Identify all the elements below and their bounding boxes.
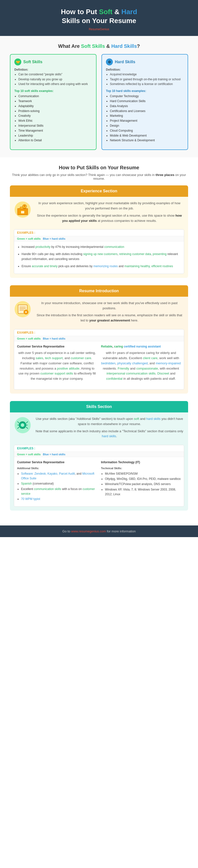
resume-intro-card: Resume Introduction In your resume intro… xyxy=(10,285,188,394)
resume-intro-body: In your resume introduction, showcase on… xyxy=(10,297,188,329)
list-item: Time Management xyxy=(18,129,92,133)
skills-section-icon xyxy=(14,416,31,434)
hard-skills-label: Hard Skills xyxy=(115,60,135,64)
skills-col2-list: McAfee SIEM/EPO/NSM Ollydpg, WinDbg, GBD… xyxy=(101,471,181,497)
experience-legend: Green = soft skills Blue = hard skills xyxy=(14,236,184,241)
list-item: Windows XP, Vista, 7, 8; Windows Server … xyxy=(105,487,181,497)
list-item: Adaptability xyxy=(18,104,92,108)
list-item: Mobile & Web Development xyxy=(110,133,184,138)
resume-intro-examples-block: EXAMPLES : Green = soft skills Blue = ha… xyxy=(14,329,184,390)
soft-examples-label: Top 10 soft skills examples: xyxy=(14,89,92,93)
how-heading: How to Put Skills on Your Resume xyxy=(10,165,188,170)
what-heading: What Are Soft Skills & Hard Skills? xyxy=(10,43,188,49)
soft-skills-icon: 🤝 xyxy=(14,59,21,65)
skills-two-col: Customer Service Representative Addition… xyxy=(17,460,181,503)
resume-intro-two-col: Customer Service Representative with ove… xyxy=(17,344,181,386)
soft-skills-header: 🤝 Soft Skills xyxy=(14,59,92,65)
brand-logo: ResumeGenius xyxy=(5,28,193,31)
list-item: Attention to Detail xyxy=(18,138,92,143)
resume-intro-legend: Green = soft skills Blue = hard skills xyxy=(14,336,184,341)
list-item: Taught or gained through on-the-job trai… xyxy=(110,78,184,82)
skills-col1-list: Software: Zendesk, Kayako, Parcel Audit,… xyxy=(17,471,97,501)
svg-point-5 xyxy=(24,205,25,207)
resume-intro-header: Resume Introduction xyxy=(10,285,188,297)
list-item: Ensure accurate and timely pick-ups and … xyxy=(22,264,181,269)
resume-intro-examples-content: Customer Service Representative with ove… xyxy=(14,341,184,390)
list-item: Computer Technology xyxy=(110,94,184,98)
skills-section-card: Skills Section Use your ski xyxy=(10,401,188,510)
list-item: Leadership xyxy=(18,133,92,138)
skills-comparison-grid: 🤝 Soft Skills Defintion: Can be consider… xyxy=(10,54,188,150)
list-item: Interpersonal Skills xyxy=(18,124,92,128)
svg-point-14 xyxy=(21,423,24,427)
hard-skills-box: ⚙ Hard Skills Definition: Acquired knowl… xyxy=(101,54,188,150)
experience-section-card: Experience Section In your work experien… xyxy=(10,185,188,278)
soft-skills-label: Soft Skills xyxy=(23,60,42,64)
soft-definition-list: Can be considered "people skills" Develo… xyxy=(14,72,92,86)
resume-intro-examples-label: EXAMPLES : xyxy=(14,330,184,336)
skills-section-body: Use your skills section (aka "Additional… xyxy=(10,412,188,445)
list-item: Increased productivity by 47% by increas… xyxy=(22,244,181,249)
list-item: Communication xyxy=(18,94,92,98)
experience-description: In your work experience section, highlig… xyxy=(35,201,184,225)
resume-intro-col2: Reliable, caring certified nursing assis… xyxy=(101,344,181,386)
hard-examples-list: Computer Technology Hard Communication S… xyxy=(106,94,184,143)
list-item: Acquired knowledge xyxy=(110,72,184,76)
skills-section-examples-block: EXAMPLES : Green = soft skills Blue = ha… xyxy=(14,445,184,507)
list-item: Software: Zendesk, Kayako, Parcel Audit,… xyxy=(21,471,97,481)
page-header: How to Put Soft & Hard Skills on Your Re… xyxy=(0,0,198,36)
list-item: Work Ethic xyxy=(18,119,92,123)
skills-legend: Green = soft skills Blue = hard skills xyxy=(14,452,184,457)
list-item: Ollydpg, WinDbg, GBD, IDA Pro, PEID, mal… xyxy=(105,477,181,481)
svg-rect-3 xyxy=(21,211,24,213)
experience-icon xyxy=(14,201,31,218)
list-item: Problem-solving xyxy=(18,109,92,113)
resume-intro-description: In your resume introduction, showcase on… xyxy=(35,301,184,325)
list-item: Marketing xyxy=(110,114,184,118)
list-item: Develop naturally as you grow up xyxy=(18,78,92,82)
list-item: Cloud Computing xyxy=(110,129,184,133)
list-item: Used for interacting with others and cop… xyxy=(18,82,92,86)
hard-def-label: Definition: xyxy=(106,68,184,71)
how-intro-text: Think your abilities can only go in your… xyxy=(10,173,188,181)
skills-examples-content: Customer Service Representative Addition… xyxy=(14,457,184,506)
page-footer: Go to www.resumegenius.com for more info… xyxy=(0,525,198,537)
skills-examples-label: EXAMPLES : xyxy=(14,445,184,452)
experience-examples-label: EXAMPLES : xyxy=(14,229,184,236)
list-item: 70 WPM typist xyxy=(21,497,97,501)
soft-examples-list: Communication Teamwork Adaptability Prob… xyxy=(14,94,92,143)
list-item: Project Management xyxy=(110,119,184,123)
hard-definition-list: Acquired knowledge Taught or gained thro… xyxy=(106,72,184,86)
list-item: Handle 90+ calls per day, with duties in… xyxy=(22,252,181,262)
list-item: Excellent communication skills with a fo… xyxy=(21,487,97,496)
soft-def-label: Defintion: xyxy=(14,68,92,71)
page-title: How to Put Soft & Hard Skills on Your Re… xyxy=(5,7,193,26)
what-are-skills-section: What Are Soft Skills & Hard Skills? 🤝 So… xyxy=(0,36,198,157)
skills-section-description: Use your skills section (aka "Additional… xyxy=(35,416,184,441)
skills-col1: Customer Service Representative Addition… xyxy=(17,460,97,503)
resume-intro-col1: Customer Service Representative with ove… xyxy=(17,344,97,386)
list-item: Certifications and Licenses xyxy=(110,109,184,113)
list-item: McAfee SIEM/EPO/NSM xyxy=(105,471,181,476)
list-item: Sometimes reflected by a license or cert… xyxy=(110,82,184,86)
skills-section-header: Skills Section xyxy=(10,401,188,412)
list-item: Hard Communication Skills xyxy=(110,99,184,103)
list-item: Spanish (conversational) xyxy=(21,481,97,486)
list-item: Can be considered "people skills" xyxy=(18,72,92,76)
hard-examples-label: Top 10 hard skills examples: xyxy=(106,89,184,93)
hard-skills-icon: ⚙ xyxy=(106,59,113,65)
list-item: Teamwork xyxy=(18,99,92,103)
soft-skills-box: 🤝 Soft Skills Defintion: Can be consider… xyxy=(10,54,97,150)
experience-section-body: In your work experience section, highlig… xyxy=(10,197,188,229)
list-item: Design xyxy=(110,124,184,128)
experience-examples-content: Increased productivity by 47% by increas… xyxy=(14,241,184,274)
experience-section-header: Experience Section xyxy=(10,185,188,197)
how-to-section: How to Put Skills on Your Resume Think y… xyxy=(0,157,198,525)
list-item: Data Analysis xyxy=(110,104,184,108)
list-item: Network Structure & Development xyxy=(110,138,184,143)
footer-link[interactable]: www.resumegenius.com xyxy=(71,529,106,533)
hard-skills-header: ⚙ Hard Skills xyxy=(106,59,184,65)
list-item: Creativity xyxy=(18,114,92,118)
experience-bullet-list: Increased productivity by 47% by increas… xyxy=(17,244,181,269)
resume-intro-icon xyxy=(14,301,31,318)
